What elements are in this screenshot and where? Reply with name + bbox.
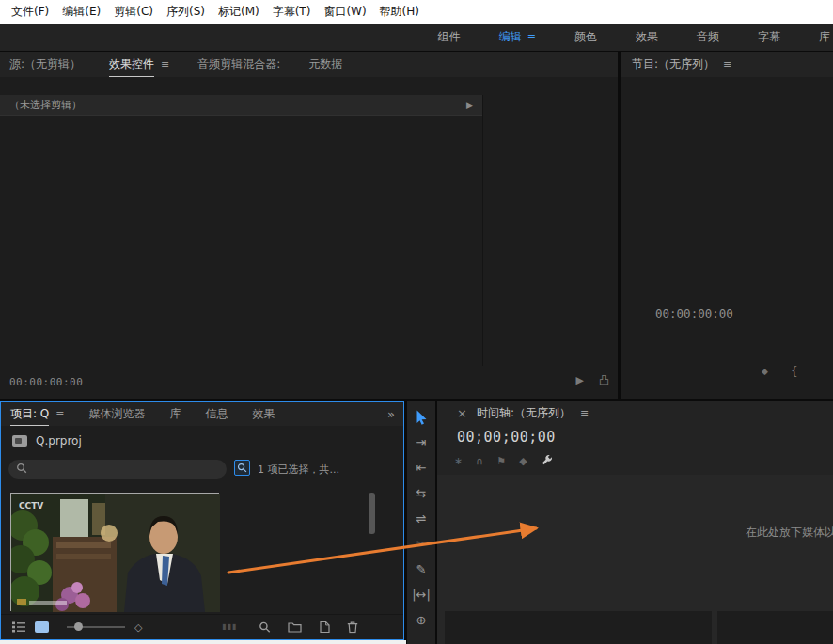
workspace-tab-label: 组件	[438, 29, 461, 45]
premiere-pro-window: 文件(F)编辑(E)剪辑(C)序列(S)标记(M)字幕(T)窗口(W)帮助(H)…	[0, 0, 833, 644]
snap-icon[interactable]: ∩	[476, 456, 483, 466]
menu-item[interactable]: 字幕(T)	[266, 4, 318, 20]
create-search-bin-button[interactable]	[234, 460, 250, 476]
icon-view-button[interactable]	[35, 621, 49, 633]
panel-menu-icon[interactable]: ≡	[580, 407, 589, 419]
search-input[interactable]	[8, 460, 227, 479]
timeline-toolbar: ∗∩⚑◆	[454, 453, 553, 468]
new-item-button[interactable]	[320, 621, 330, 634]
workspace-tab[interactable]: 音频	[697, 29, 719, 45]
panel-tab[interactable]: 媒体浏览器	[89, 402, 146, 426]
program-panel: 节目:（无序列） ≡ 00:00:00:00 ◆{	[621, 52, 833, 399]
tab-overflow-chevron-icon[interactable]: »	[387, 407, 403, 421]
panel-tab-label: 项目: Q	[10, 402, 49, 426]
timeline-timecode[interactable]: 00;00;00;00	[457, 429, 556, 446]
panel-tab[interactable]: 源:（无剪辑）	[9, 52, 81, 77]
workspace-tab[interactable]: 颜色	[574, 29, 597, 45]
program-timecode: 00:00:00:00	[655, 306, 733, 321]
track-area	[717, 611, 833, 644]
add-marker-icon[interactable]: ◆	[762, 367, 768, 376]
project-file-name: Q.prproj	[36, 434, 82, 448]
workspace-tab[interactable]: 库	[819, 29, 830, 45]
ripple-edit-tool[interactable]: ⇤	[407, 455, 435, 480]
panel-tab[interactable]: 效果控件 ≡	[109, 52, 169, 77]
expand-arrow-icon[interactable]: ▶	[466, 101, 473, 110]
rate-stretch-tool[interactable]: ⇌	[407, 506, 435, 531]
workspace-tab[interactable]: 字幕	[758, 29, 780, 45]
find-button[interactable]	[259, 621, 271, 634]
panel-menu-icon[interactable]: ≡	[55, 408, 64, 420]
rolling-edit-tool[interactable]: ⇆	[407, 480, 435, 506]
selection-tool[interactable]	[407, 404, 435, 430]
timeline-panel: × 时间轴:（无序列） ≡ 00;00;00;00 ∗∩⚑◆ 在此处放下媒体以	[437, 401, 833, 644]
timeline-settings-wrench-icon[interactable]	[541, 454, 553, 468]
selection-status: 1 项已选择，共...	[258, 463, 339, 477]
project-file-icon	[12, 435, 27, 447]
panel-tab-label: 效果	[253, 402, 275, 426]
linked-selection-icon[interactable]: ⚑	[496, 456, 506, 466]
clip-thumbnail[interactable]: CCTV	[10, 493, 219, 611]
pen-tool[interactable]: ✎	[407, 557, 435, 582]
menu-item[interactable]: 文件(F)	[5, 4, 55, 20]
thumbnail-watermark: CCTV	[19, 501, 43, 510]
panel-tab[interactable]: 信息	[206, 402, 228, 426]
workspace-menu-icon[interactable]: ≡	[527, 32, 536, 42]
automate-to-sequence-button[interactable]: ▮▮▮	[222, 623, 237, 631]
menu-bar: 文件(F)编辑(E)剪辑(C)序列(S)标记(M)字幕(T)窗口(W)帮助(H)	[0, 0, 833, 24]
source-footer-icons: ▶凸	[576, 373, 609, 387]
timeline-drop-area[interactable]: 在此处放下媒体以	[437, 475, 833, 644]
workspace-tab[interactable]: 编辑 ≡	[499, 29, 536, 45]
menu-item[interactable]: 窗口(W)	[317, 4, 372, 20]
list-view-button[interactable]	[12, 621, 25, 633]
menu-item[interactable]: 编辑(E)	[55, 4, 107, 20]
menu-item[interactable]: 序列(S)	[160, 4, 212, 20]
menu-item[interactable]: 剪辑(C)	[107, 4, 160, 20]
panel-tab-label: 音频剪辑混合器:	[197, 52, 280, 77]
track-select-forward-tool[interactable]: ⇥	[407, 430, 435, 455]
sort-icons-button[interactable]: ◇	[134, 622, 142, 633]
delete-button[interactable]	[347, 621, 358, 634]
track-area	[445, 611, 712, 644]
export-frame-icon[interactable]: 凸	[599, 373, 609, 387]
panel-menu-icon[interactable]: ≡	[161, 58, 169, 71]
workspace-bar: 组件 编辑 ≡ 颜色 效果 音频 字幕 库	[0, 24, 833, 51]
project-file-row[interactable]: Q.prproj	[12, 434, 82, 448]
new-bin-button[interactable]	[288, 621, 302, 633]
window-edge	[0, 640, 406, 644]
slider-thumb[interactable]	[74, 622, 83, 631]
slip-tool[interactable]: |↔|	[407, 582, 435, 607]
workspace-tab-label: 效果	[636, 29, 658, 45]
menu-item[interactable]: 标记(M)	[212, 4, 266, 20]
workspace-tab-label: 颜色	[574, 29, 597, 45]
panel-tab[interactable]: 库	[170, 402, 181, 426]
razor-tool[interactable]: ✂	[407, 531, 435, 557]
panel-tab[interactable]: 元数据	[308, 52, 342, 77]
source-timecode: 00:00:00:00	[9, 376, 83, 388]
clip-header-bar: （未选择剪辑） ▶	[0, 95, 482, 116]
panel-menu-icon[interactable]: ≡	[723, 58, 731, 71]
source-panel-tabs: 源:（无剪辑） 效果控件 ≡ 音频剪辑混合器: 元数据	[0, 52, 618, 77]
panel-tab[interactable]: 项目: Q ≡	[10, 402, 65, 426]
scrollbar-thumb[interactable]	[369, 493, 375, 534]
insert-nest-icon[interactable]: ∗	[454, 456, 463, 466]
workspace-tab[interactable]: 组件	[438, 29, 461, 45]
trim-view-icon[interactable]: {	[791, 365, 798, 378]
zoom-slider[interactable]	[67, 620, 125, 634]
search-box	[8, 459, 227, 478]
clip-header-label: （未选择剪辑）	[9, 98, 82, 112]
panel-tab[interactable]: 音频剪辑混合器:	[197, 52, 280, 77]
add-marker-icon[interactable]: ◆	[519, 456, 527, 466]
panel-tab[interactable]: 效果	[253, 402, 275, 426]
project-panel-tabs: 项目: Q ≡ 媒体浏览器 库 信息 效果 »	[1, 402, 403, 426]
project-panel: 项目: Q ≡ 媒体浏览器 库 信息 效果 » Q.prpro	[0, 401, 404, 640]
panel-tab-label: 媒体浏览器	[89, 402, 146, 426]
timeline-header: × 时间轴:（无序列） ≡	[437, 401, 833, 425]
panel-tab-label: 效果控件	[109, 52, 154, 77]
workspace-tab-label: 字幕	[758, 29, 780, 45]
close-panel-icon[interactable]: ×	[457, 406, 467, 420]
zoom-tool[interactable]: ⊕	[407, 607, 435, 633]
play-icon[interactable]: ▶	[576, 374, 584, 386]
drop-hint-text: 在此处放下媒体以	[746, 525, 833, 541]
menu-item[interactable]: 帮助(H)	[373, 4, 426, 20]
workspace-tab[interactable]: 效果	[636, 29, 658, 45]
